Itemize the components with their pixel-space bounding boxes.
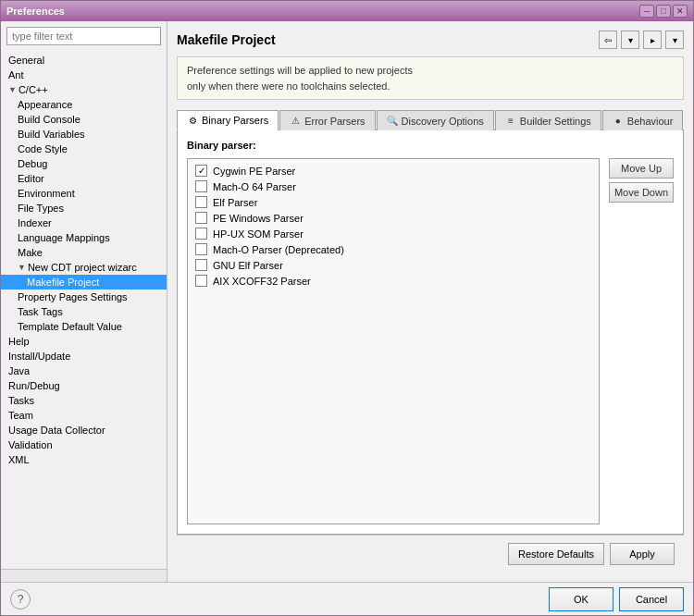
sidebar-item-appearance[interactable]: Appearance xyxy=(1,97,167,112)
panel-title: Makefile Project xyxy=(177,32,276,47)
maximize-button[interactable]: □ xyxy=(656,5,671,18)
cancel-button[interactable]: Cancel xyxy=(619,587,684,611)
sidebar-item-build-console[interactable]: Build Console xyxy=(1,112,167,127)
apply-button[interactable]: Apply xyxy=(610,543,675,565)
sidebar-item-install-update[interactable]: Install/Update xyxy=(1,349,167,363)
sidebar-item-usage-data[interactable]: Usage Data Collector xyxy=(1,423,167,437)
parser-label-mach-o-64: Mach-O 64 Parser xyxy=(213,181,296,192)
builder-settings-icon: ≡ xyxy=(505,116,516,127)
tab-builder-settings[interactable]: ≡Builder Settings xyxy=(495,110,601,130)
info-line1: Preference settings will be applied to n… xyxy=(187,65,413,76)
behaviour-icon: ● xyxy=(613,116,624,127)
parser-label-mach-o-deprecated: Mach-O Parser (Deprecated) xyxy=(213,244,344,255)
parser-checkbox-aix-xcoff[interactable] xyxy=(195,275,207,287)
main-content: GeneralAnt▼ C/C++AppearanceBuild Console… xyxy=(1,21,693,582)
sidebar-item-general[interactable]: General xyxy=(1,53,167,68)
footer-right: OK Cancel xyxy=(549,587,684,611)
behaviour-label: Behaviour xyxy=(627,116,674,127)
parser-checkbox-mach-o-deprecated[interactable] xyxy=(195,243,207,255)
tab-discovery-options[interactable]: 🔍Discovery Options xyxy=(377,110,494,130)
ok-button[interactable]: OK xyxy=(549,587,613,611)
sidebar-item-ant[interactable]: Ant xyxy=(1,68,167,82)
list-buttons: Move Up Move Down xyxy=(609,158,674,524)
close-button[interactable]: ✕ xyxy=(673,5,688,18)
sidebar-item-editor[interactable]: Editor xyxy=(1,171,167,186)
sidebar-item-indexer[interactable]: Indexer xyxy=(1,216,167,230)
sidebar-horizontal-scroll[interactable] xyxy=(1,569,167,582)
move-up-button[interactable]: Move Up xyxy=(609,158,674,179)
tree-area: GeneralAnt▼ C/C++AppearanceBuild Console… xyxy=(1,51,167,569)
help-button[interactable]: ? xyxy=(10,589,31,610)
sidebar-item-team[interactable]: Team xyxy=(1,408,167,423)
error-parsers-icon: ⚠ xyxy=(290,116,301,127)
binary-parsers-label: Binary Parsers xyxy=(202,115,268,126)
parser-item-elf[interactable]: Elf Parser xyxy=(192,194,595,210)
sidebar-item-language-mappings[interactable]: Language Mappings xyxy=(1,230,167,245)
sidebar-item-property-pages[interactable]: Property Pages Settings xyxy=(1,290,167,304)
builder-settings-label: Builder Settings xyxy=(520,116,591,127)
sidebar-item-validation[interactable]: Validation xyxy=(1,437,167,452)
window-title: Preferences xyxy=(6,6,65,17)
parser-label-pe-windows: PE Windows Parser xyxy=(213,213,304,224)
footer-left: ? xyxy=(10,589,31,610)
restore-defaults-button[interactable]: Restore Defaults xyxy=(508,543,604,565)
parser-label-cygwin: Cygwin PE Parser xyxy=(213,166,295,177)
parser-item-hp-ux[interactable]: HP-UX SOM Parser xyxy=(192,226,595,241)
sidebar-item-build-variables[interactable]: Build Variables xyxy=(1,127,167,142)
parser-item-cygwin[interactable]: Cygwin PE Parser xyxy=(192,163,595,179)
discovery-options-icon: 🔍 xyxy=(387,116,398,127)
nav-back-button[interactable]: ⇦ xyxy=(599,31,617,49)
parser-item-mach-o-64[interactable]: Mach-O 64 Parser xyxy=(192,179,595,194)
parser-checkbox-mach-o-64[interactable] xyxy=(195,180,207,192)
parser-item-aix-xcoff[interactable]: AIX XCOFF32 Parser xyxy=(192,273,595,289)
parser-checkbox-elf[interactable] xyxy=(195,196,207,208)
parser-list-area: Cygwin PE ParserMach-O 64 ParserElf Pars… xyxy=(187,158,674,524)
nav-dropdown-button[interactable]: ▾ xyxy=(621,31,639,49)
filter-input[interactable] xyxy=(6,27,161,45)
parser-checkbox-hp-ux[interactable] xyxy=(195,228,207,240)
footer: ? OK Cancel xyxy=(1,582,693,615)
sidebar-item-makefile-project[interactable]: Makefile Project xyxy=(1,275,167,290)
sidebar: GeneralAnt▼ C/C++AppearanceBuild Console… xyxy=(1,21,167,582)
sidebar-item-new-cdt[interactable]: ▼ New CDT project wizarc xyxy=(1,260,167,275)
binary-parser-label: Binary parser: xyxy=(187,140,674,151)
tab-binary-parsers[interactable]: ⚙Binary Parsers xyxy=(177,110,279,130)
sidebar-item-cpp[interactable]: ▼ C/C++ xyxy=(1,82,167,97)
tab-error-parsers[interactable]: ⚠Error Parsers xyxy=(279,110,375,130)
parser-item-pe-windows[interactable]: PE Windows Parser xyxy=(192,210,595,226)
parser-list: Cygwin PE ParserMach-O 64 ParserElf Pars… xyxy=(187,158,600,524)
sidebar-item-xml[interactable]: XML xyxy=(1,452,167,467)
panel-nav: ⇦ ▾ ▸ ▾ xyxy=(599,31,684,49)
parser-label-hp-ux: HP-UX SOM Parser xyxy=(213,228,304,240)
title-bar: Preferences ─ □ ✕ xyxy=(1,1,693,21)
sidebar-item-task-tags[interactable]: Task Tags xyxy=(1,304,167,319)
minimize-button[interactable]: ─ xyxy=(639,5,654,18)
sidebar-item-run-debug[interactable]: Run/Debug xyxy=(1,378,167,393)
sidebar-item-tasks[interactable]: Tasks xyxy=(1,393,167,408)
sidebar-item-template-default[interactable]: Template Default Value xyxy=(1,319,167,334)
tab-bar: ⚙Binary Parsers⚠Error Parsers🔍Discovery … xyxy=(177,109,684,130)
parser-item-gnu-elf[interactable]: GNU Elf Parser xyxy=(192,257,595,273)
parser-checkbox-cygwin[interactable] xyxy=(195,165,207,177)
window-controls: ─ □ ✕ xyxy=(639,5,688,18)
nav-forward2-button[interactable]: ▾ xyxy=(665,31,684,49)
info-box: Preference settings will be applied to n… xyxy=(177,56,684,100)
sidebar-item-help[interactable]: Help xyxy=(1,334,167,349)
right-panel: Makefile Project ⇦ ▾ ▸ ▾ Preference sett… xyxy=(167,21,693,582)
sidebar-item-environment[interactable]: Environment xyxy=(1,186,167,201)
parser-checkbox-gnu-elf[interactable] xyxy=(195,259,207,271)
tab-behaviour[interactable]: ●Behaviour xyxy=(602,110,684,130)
sidebar-item-code-style[interactable]: Code Style xyxy=(1,142,167,156)
sidebar-item-make[interactable]: Make xyxy=(1,245,167,260)
sidebar-item-java[interactable]: Java xyxy=(1,363,167,378)
parser-item-mach-o-deprecated[interactable]: Mach-O Parser (Deprecated) xyxy=(192,241,595,257)
sidebar-item-file-types[interactable]: File Types xyxy=(1,201,167,216)
parser-label-aix-xcoff: AIX XCOFF32 Parser xyxy=(213,276,311,287)
preferences-window: Preferences ─ □ ✕ GeneralAnt▼ C/C++Appea… xyxy=(0,0,694,616)
bottom-bar: Restore Defaults Apply xyxy=(177,535,684,573)
binary-parsers-icon: ⚙ xyxy=(187,115,198,126)
sidebar-item-debug[interactable]: Debug xyxy=(1,156,167,171)
move-down-button[interactable]: Move Down xyxy=(609,182,674,203)
nav-forward-button[interactable]: ▸ xyxy=(643,31,662,49)
parser-checkbox-pe-windows[interactable] xyxy=(195,212,207,224)
